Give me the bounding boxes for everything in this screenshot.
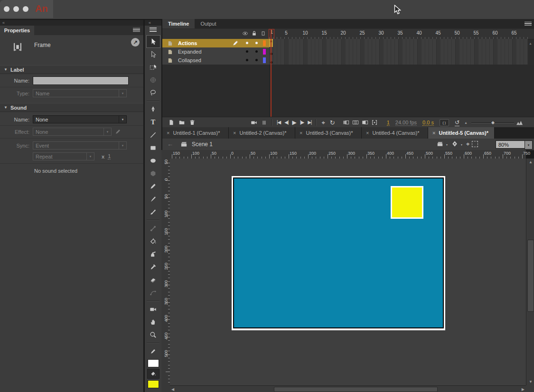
paint-brush-tool[interactable] [147, 205, 160, 218]
center-stage-icon[interactable]: ⌖ [466, 141, 469, 147]
close-icon[interactable]: × [432, 130, 435, 136]
layer-frame-strip[interactable] [269, 56, 528, 65]
stage[interactable] [232, 176, 445, 330]
panel-menu-icon[interactable] [150, 28, 157, 32]
vertical-scroll-thumb[interactable] [527, 240, 534, 312]
fill-color-icon[interactable] [147, 369, 159, 379]
pin-panel-button[interactable]: ↗ [131, 38, 140, 47]
layer-lock-dot[interactable] [255, 59, 258, 61]
onion-outline-icon[interactable] [352, 119, 359, 126]
layer-lock-dot[interactable] [255, 42, 258, 44]
close-icon[interactable]: × [300, 130, 302, 136]
loop-range-button[interactable]: ( ) [440, 119, 449, 126]
center-frame-icon[interactable]: ⌖ [321, 120, 325, 126]
close-icon[interactable]: × [233, 130, 236, 136]
scroll-down-icon[interactable]: ▼ [529, 380, 533, 384]
collapse-panel-icon[interactable]: « [149, 20, 150, 25]
sound-name-select[interactable]: None ▼ [33, 115, 127, 123]
horizontal-scroll-thumb[interactable] [274, 387, 438, 392]
canvas-viewport[interactable] [170, 159, 526, 385]
text-tool[interactable]: T [147, 116, 160, 129]
pen-tool[interactable] [147, 103, 160, 116]
selection-tool[interactable] [147, 36, 160, 47]
tab-properties[interactable]: Properties [0, 26, 34, 35]
lock-icon[interactable] [251, 30, 257, 37]
scene-name[interactable]: Scene 1 [192, 141, 213, 148]
loop-icon[interactable]: ↻ [330, 120, 335, 126]
rectangle-tool[interactable] [147, 141, 160, 154]
slider-thumb[interactable]: ◆ [491, 120, 495, 125]
document-tab[interactable]: ×Untitled-4 (Canvas)* [362, 127, 428, 139]
camera-tool[interactable] [147, 303, 160, 316]
stroke-color-icon[interactable] [147, 345, 160, 358]
polystar-tool[interactable] [147, 167, 160, 180]
horizontal-scrollbar[interactable]: ◀ ▶ [170, 385, 526, 392]
layer-name-cell[interactable]: Expanded [162, 47, 269, 56]
camera-icon[interactable] [251, 119, 257, 126]
scroll-right-icon[interactable]: ▶ [522, 387, 525, 392]
chevron-down-icon[interactable]: ▼ [446, 143, 448, 146]
fps-value[interactable]: 24.00 fps [395, 120, 417, 126]
first-frame-button[interactable]: |◀ [275, 120, 282, 125]
line-tool[interactable] [147, 129, 160, 141]
eraser-tool[interactable] [147, 273, 160, 286]
stroke-color-swatch[interactable] [148, 359, 159, 367]
timeline-frame-ruler[interactable]: 15101520253035404550556065 [269, 29, 528, 39]
label-name-input[interactable] [33, 76, 129, 85]
outline-icon[interactable] [260, 30, 266, 37]
modify-markers-icon[interactable] [371, 119, 378, 126]
scroll-left-icon[interactable]: ◀ [171, 387, 174, 392]
edit-multiple-frames-icon[interactable] [362, 119, 368, 126]
layer-visibility-dot[interactable] [246, 50, 248, 53]
frame-size-icon[interactable] [516, 119, 523, 126]
zoom-tool[interactable] [147, 328, 160, 341]
zoom-level-select[interactable]: 80% [496, 140, 527, 149]
layer-lock-dot[interactable] [255, 50, 258, 53]
delete-icon[interactable] [189, 119, 196, 126]
chevron-down-icon[interactable]: ▼ [460, 143, 463, 146]
back-button[interactable]: ← [167, 140, 173, 148]
elapsed-time-value[interactable]: 0.0 s [422, 120, 434, 126]
layer-outline-swatch[interactable] [263, 57, 266, 63]
yellow-square-shape[interactable] [391, 186, 423, 219]
step-back-button[interactable]: ◀| [282, 120, 290, 125]
timeline-zoom-slider[interactable]: ◆ [471, 119, 514, 126]
window-minimize-button[interactable] [13, 6, 19, 12]
layer-frame-strip[interactable]: a [269, 39, 528, 48]
current-frame-value[interactable]: 1 [387, 120, 390, 126]
clip-content-icon[interactable] [472, 141, 478, 147]
pencil-tool[interactable] [147, 180, 160, 193]
document-tab[interactable]: ×Untitled-5 (Canvas)* [428, 127, 495, 139]
layer-frame-strip[interactable] [269, 47, 528, 56]
current-frame-marker[interactable]: 1 [269, 29, 274, 39]
window-close-button[interactable] [4, 6, 9, 12]
vertical-scrollbar[interactable]: ▲ ▼ [526, 159, 534, 385]
panel-menu-icon[interactable] [525, 22, 532, 26]
window-zoom-button[interactable] [23, 6, 28, 12]
clapperboard-icon[interactable] [437, 140, 443, 147]
rotation-3d-tool[interactable] [147, 74, 160, 86]
hand-tool[interactable] [147, 316, 160, 328]
scroll-up-icon[interactable]: ▲ [529, 160, 533, 164]
layer-visibility-dot[interactable] [246, 59, 248, 61]
eyedropper-tool[interactable] [147, 261, 160, 273]
last-frame-button[interactable]: ▶| [306, 120, 313, 125]
eye-icon[interactable] [242, 30, 248, 37]
paint-bucket-tool[interactable] [147, 235, 160, 248]
layer-outline-swatch[interactable] [263, 40, 266, 46]
layer-outline-swatch[interactable] [263, 49, 266, 55]
playhead[interactable] [271, 29, 272, 117]
edit-symbols-icon[interactable] [451, 140, 458, 147]
document-tab[interactable]: ×Untitled-2 (Canvas)* [229, 127, 295, 139]
zoom-dropdown-arrow[interactable]: ▼ [525, 140, 533, 149]
close-icon[interactable]: × [167, 130, 169, 136]
new-folder-icon[interactable] [178, 119, 185, 126]
ink-bottle-tool[interactable] [147, 248, 160, 261]
collapse-panel-icon[interactable]: « [2, 20, 4, 25]
step-forward-button[interactable]: |▶ [298, 120, 306, 125]
subselection-tool[interactable] [147, 48, 160, 61]
label-section-header[interactable]: ▼ Label [0, 65, 143, 74]
new-layer-icon[interactable] [168, 119, 175, 126]
free-transform-tool[interactable] [147, 61, 160, 74]
oval-tool[interactable] [147, 154, 160, 167]
